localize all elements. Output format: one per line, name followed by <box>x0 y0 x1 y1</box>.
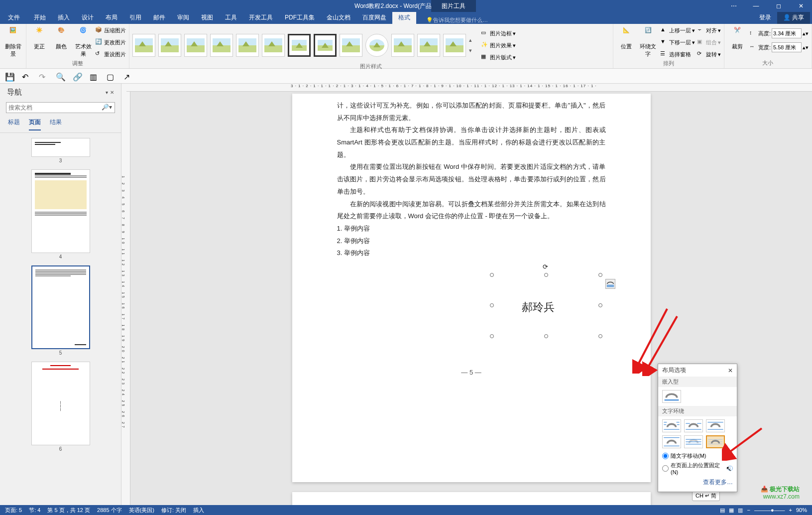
wrap-tight-option[interactable] <box>684 419 703 432</box>
page-thumbnail[interactable]: 4 <box>31 169 90 259</box>
page-thumbnail[interactable]: 5 <box>31 265 90 356</box>
picture-border-button[interactable]: ▭图片边框 ▾ <box>481 28 516 39</box>
picture-style-4[interactable] <box>210 34 233 57</box>
picture-style-1[interactable] <box>132 34 155 57</box>
save-icon[interactable]: 💾 <box>5 72 13 80</box>
tab-developer[interactable]: 开发工具 <box>243 11 279 24</box>
print-preview-icon[interactable]: 🔍 <box>56 72 64 80</box>
resize-handle[interactable] <box>490 273 494 277</box>
picture-style-10[interactable] <box>365 34 388 57</box>
info-icon[interactable]: ⓘ <box>727 452 733 460</box>
ribbon-options-icon[interactable]: ⋯ <box>722 0 745 12</box>
undo-icon[interactable]: ↶ ▾ <box>22 72 30 80</box>
tab-pdfkit[interactable]: PDF工具集 <box>279 11 321 24</box>
tellme-search[interactable]: 💡 告诉我您想要做什么… <box>426 16 488 24</box>
selection-pane-button[interactable]: ☰选择窗格 <box>660 49 695 60</box>
picture-style-5[interactable] <box>236 34 259 57</box>
crop-button[interactable]: ✂️裁剪 <box>727 25 747 52</box>
login-link[interactable]: 登录 <box>753 11 777 24</box>
status-insert-mode[interactable]: 插入 <box>193 507 204 514</box>
zoom-out-icon[interactable]: − <box>747 507 750 513</box>
status-page[interactable]: 页面: 5 <box>5 507 22 514</box>
change-picture-button[interactable]: 🔄更改图片 <box>95 37 126 48</box>
color-button[interactable]: 🎨颜色 <box>51 25 71 52</box>
nav-close-icon[interactable]: ✕ <box>110 90 114 95</box>
layout-options-button[interactable] <box>605 279 615 289</box>
page-thumbnail[interactable]: 3 <box>31 138 90 163</box>
status-section[interactable]: 节: 4 <box>29 507 40 514</box>
tab-view[interactable]: 视图 <box>195 11 219 24</box>
wrap-square-option[interactable] <box>662 419 681 432</box>
picture-style-8[interactable] <box>314 34 337 57</box>
artistic-effects-button[interactable]: 🌀艺术效果 <box>73 25 93 60</box>
picture-style-11[interactable] <box>391 34 414 57</box>
spinner-icon[interactable]: ▴▾ <box>803 30 809 37</box>
rotate-button[interactable]: ⟳旋转 ▾ <box>697 49 721 60</box>
send-backward-button[interactable]: ▼下移一层 ▾ <box>660 37 695 48</box>
reset-picture-button[interactable]: ↺重设图片 <box>95 49 126 60</box>
picture-style-3[interactable] <box>184 34 207 57</box>
picture-layout-button[interactable]: ▦图片版式 ▾ <box>481 52 516 63</box>
wrap-through-option[interactable] <box>706 419 725 432</box>
status-track-changes[interactable]: 修订: 关闭 <box>161 507 186 514</box>
maximize-icon[interactable]: ◻ <box>767 0 790 12</box>
resize-handle[interactable] <box>598 334 602 338</box>
fixed-position-radio[interactable]: 在页面上的位置固定(N) ⓘ <box>658 461 737 476</box>
wrap-behind-option[interactable] <box>684 435 703 448</box>
wrap-text-button[interactable]: 🔃环绕文字 <box>638 25 658 60</box>
resize-handle[interactable] <box>544 334 548 338</box>
tab-format[interactable]: 格式 <box>392 11 416 24</box>
vertical-ruler[interactable]: 1 2 3 4 5 6 7 8 9 10 11 12 13 14 15 16 1… <box>121 84 130 512</box>
nav-tab-headings[interactable]: 标题 <box>8 118 20 130</box>
search-icon[interactable]: 🔎▾ <box>102 104 112 111</box>
styles-scroll-up-icon[interactable]: ▴ <box>469 37 476 43</box>
ime-indicator[interactable]: CH ↵ 简 <box>692 491 720 501</box>
picture-style-6[interactable] <box>262 34 285 57</box>
search-input[interactable] <box>6 102 115 113</box>
bring-forward-button[interactable]: ▲上移一层 ▾ <box>660 25 695 36</box>
spinner-icon[interactable]: ▴▾ <box>803 44 809 51</box>
width-input[interactable] <box>772 42 802 52</box>
status-language[interactable]: 英语(美国) <box>129 507 154 514</box>
selected-picture[interactable]: ⟳ 郝玲兵 <box>491 274 601 337</box>
page-thumbnail[interactable]: ┃┃┃ 6 <box>31 362 90 452</box>
tab-home[interactable]: 开始 <box>28 11 52 24</box>
picture-style-2[interactable] <box>158 34 181 57</box>
zoom-in-icon[interactable]: + <box>789 507 792 513</box>
share-button[interactable]: 👤 共享 <box>777 11 810 24</box>
close-icon[interactable]: ✕ <box>790 0 812 12</box>
link-icon[interactable]: 🔗 <box>73 72 81 80</box>
nav-dropdown-icon[interactable]: ▾ <box>106 90 108 95</box>
nav-tab-results[interactable]: 结果 <box>50 118 62 130</box>
picture-style-9[interactable] <box>340 34 362 57</box>
tab-tools[interactable]: 工具 <box>219 11 243 24</box>
tab-baidu[interactable]: 百度网盘 <box>356 11 392 24</box>
tab-review[interactable]: 审阅 <box>171 11 195 24</box>
remove-background-button[interactable]: 🖼️ 删除背景 <box>3 25 23 60</box>
resize-handle[interactable] <box>598 303 602 307</box>
info-icon[interactable]: ⓘ <box>727 465 733 472</box>
picture-style-12[interactable] <box>417 34 440 57</box>
status-words[interactable]: 2885 个字 <box>97 507 122 514</box>
height-input[interactable] <box>772 28 802 38</box>
columns-icon[interactable]: ▥ <box>90 72 98 80</box>
tab-insert[interactable]: 插入 <box>52 11 76 24</box>
tab-wps[interactable]: 金山文档 <box>321 11 356 24</box>
position-button[interactable]: 📐位置 <box>616 25 636 52</box>
align-button[interactable]: ⫟对齐 ▾ <box>697 25 721 36</box>
picture-style-7[interactable] <box>288 34 311 57</box>
rotate-handle-icon[interactable]: ⟳ <box>543 261 550 268</box>
layout-icon[interactable]: ▢ <box>107 72 115 80</box>
tab-mailings[interactable]: 邮件 <box>147 11 171 24</box>
minimize-icon[interactable]: — <box>745 0 767 12</box>
corrections-button[interactable]: ☀️更正 <box>29 25 49 52</box>
zoom-slider[interactable]: ———●—— <box>754 507 785 513</box>
picture-effects-button[interactable]: ✨图片效果 ▾ <box>481 40 516 51</box>
view-read-mode-icon[interactable]: ▤ <box>720 507 725 514</box>
resize-handle[interactable] <box>490 303 494 307</box>
view-web-layout-icon[interactable]: ▥ <box>738 507 743 514</box>
tab-design[interactable]: 设计 <box>76 11 100 24</box>
wrap-in-front-option[interactable] <box>706 435 725 448</box>
wrap-inline-option[interactable] <box>662 390 681 403</box>
wrap-top-bottom-option[interactable] <box>662 435 681 448</box>
